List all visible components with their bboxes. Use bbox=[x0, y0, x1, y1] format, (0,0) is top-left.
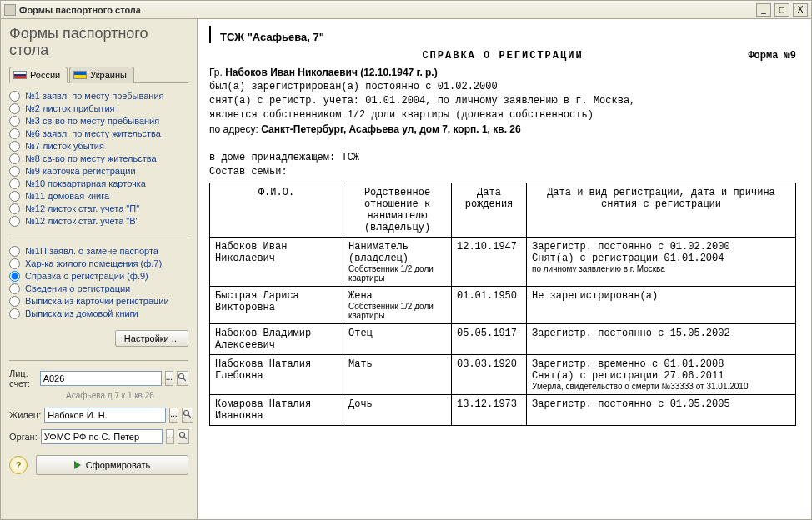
form-radio[interactable] bbox=[9, 283, 20, 294]
form-radio[interactable] bbox=[9, 246, 20, 257]
form-radio-item[interactable]: №11 домовая книга bbox=[9, 190, 188, 202]
form-radio[interactable] bbox=[9, 271, 20, 282]
resident-input[interactable] bbox=[44, 408, 166, 422]
doc-title: СПРАВКА О РЕГИСТРАЦИИ bbox=[422, 50, 583, 62]
form-radio-label: Сведения о регистрации bbox=[25, 283, 130, 293]
cell-registration: Зарегистр. постоянно с 01.02.2000Снят(а)… bbox=[527, 238, 796, 287]
form-radio[interactable] bbox=[9, 166, 20, 177]
resident-search-button[interactable] bbox=[182, 408, 193, 422]
cell-dob: 01.01.1950 bbox=[452, 287, 527, 324]
form-radio[interactable] bbox=[9, 203, 20, 214]
form-radio-item[interactable]: №10 поквартирная карточка bbox=[9, 178, 188, 190]
window-title: Формы паспортного стола bbox=[19, 5, 753, 15]
svg-point-2 bbox=[183, 410, 188, 415]
generate-label: Сформировать bbox=[86, 460, 151, 470]
form-radio-item[interactable]: №2 листок прибытия bbox=[9, 102, 188, 115]
app-icon bbox=[4, 4, 16, 16]
form-radio-item[interactable]: №12 листок стат. учета "П" bbox=[9, 202, 188, 215]
form-radio-item[interactable]: №7 листок убытия bbox=[9, 140, 188, 152]
form-radio-item[interactable]: №8 св-во по месту жительства bbox=[9, 152, 188, 165]
divider bbox=[9, 360, 188, 361]
form-radio[interactable] bbox=[9, 153, 20, 164]
settings-button[interactable]: Настройки ... bbox=[115, 330, 188, 347]
doc-marker-icon bbox=[209, 26, 217, 43]
form-radio-item[interactable]: Сведения о регистрации bbox=[9, 282, 188, 295]
divider bbox=[9, 238, 188, 238]
form-radio[interactable] bbox=[9, 308, 20, 319]
flag-ua-icon bbox=[73, 71, 87, 79]
document-viewport[interactable]: ТСЖ "Асафьева, 7" СПРАВКА О РЕГИСТРАЦИИ … bbox=[198, 19, 811, 519]
form-radio[interactable] bbox=[9, 128, 20, 139]
cell-relation: ЖенаСобственник 1/2 доли квартиры bbox=[343, 287, 452, 324]
form-radio-item[interactable]: №3 св-во по месту пребывания bbox=[9, 115, 188, 128]
form-radio[interactable] bbox=[9, 296, 20, 307]
flag-ru-icon bbox=[13, 71, 27, 79]
table-row: Набокова Наталия ГлебовнаМать03.03.1920З… bbox=[210, 355, 796, 395]
organ-browse-button[interactable]: ... bbox=[166, 429, 174, 444]
th-fio: Ф.И.О. bbox=[210, 183, 343, 238]
form-radio[interactable] bbox=[9, 216, 20, 227]
form-radio-item[interactable]: Выписка из карточки регистрации bbox=[9, 295, 188, 308]
form-radio-item[interactable]: №12 листок стат. учета "В" bbox=[9, 215, 188, 228]
resident-browse-button[interactable]: ... bbox=[169, 408, 178, 422]
th-registration: Дата и вид регистрации, дата и причина с… bbox=[527, 183, 796, 238]
form-radio-label: №9 карточка регистрации bbox=[25, 166, 136, 176]
form-radio[interactable] bbox=[9, 103, 20, 114]
form-radio-item[interactable]: №9 карточка регистрации bbox=[9, 165, 188, 178]
form-radio[interactable] bbox=[9, 191, 20, 202]
organ-search-button[interactable] bbox=[178, 429, 189, 444]
family-table: Ф.И.О. Родственное отношение к нанимател… bbox=[209, 182, 796, 426]
account-row: Лиц. счет: ... bbox=[9, 368, 188, 388]
search-icon bbox=[183, 409, 193, 421]
form-radio-label: Хар-ка жилого помещения (ф.7) bbox=[25, 258, 162, 268]
form-radio[interactable] bbox=[9, 116, 20, 127]
form-radio[interactable] bbox=[9, 91, 20, 102]
form-radio-label: №6 заявл. по месту жительства bbox=[25, 128, 161, 138]
table-header-row: Ф.И.О. Родственное отношение к нанимател… bbox=[210, 183, 796, 238]
form-radio[interactable] bbox=[9, 178, 20, 189]
form-radio-item[interactable]: №1П заявл. о замене паспорта bbox=[9, 245, 188, 258]
table-row: Набоков Иван НиколаевичНаниматель (владе… bbox=[210, 238, 796, 287]
minimize-button[interactable]: _ bbox=[756, 3, 771, 17]
form-radio-item[interactable]: №6 заявл. по месту жительства bbox=[9, 128, 188, 140]
form-radio-item[interactable]: Справка о регистрации (ф.9) bbox=[9, 270, 188, 282]
table-row: Набоков Владимир АлексеевичОтец05.05.191… bbox=[210, 324, 796, 355]
line-registration: был(а) зарегистрирован(а) постоянно с 01… bbox=[209, 81, 796, 92]
organ-label: Орган: bbox=[9, 432, 38, 442]
cell-fio: Набокова Наталия Глебовна bbox=[210, 355, 343, 395]
account-search-button[interactable] bbox=[177, 371, 188, 386]
doc-form-no: Форма №9 bbox=[748, 50, 796, 62]
close-button[interactable]: X bbox=[793, 3, 808, 17]
form-radio-label: №8 св-во по месту жительства bbox=[25, 153, 157, 163]
table-row: Быстрая Лариса ВикторовнаЖенаСобственник… bbox=[210, 287, 796, 324]
cell-registration: Зарегистр. постоянно с 15.05.2002 bbox=[527, 324, 796, 355]
form-radio[interactable] bbox=[9, 258, 20, 269]
form-radio-label: №12 листок стат. учета "П" bbox=[25, 203, 139, 213]
table-row: Комарова Наталия ИвановнаДочь13.12.1973З… bbox=[210, 395, 796, 426]
account-browse-button[interactable]: ... bbox=[165, 371, 173, 386]
tab-ukraine-label: Украины bbox=[90, 70, 127, 80]
form-radio[interactable] bbox=[9, 141, 20, 152]
maximize-button[interactable]: □ bbox=[774, 3, 789, 17]
form-radio-item[interactable]: Хар-ка жилого помещения (ф.7) bbox=[9, 258, 188, 270]
tab-russia[interactable]: России bbox=[9, 67, 68, 83]
form-radio-label: №3 св-во по месту пребывания bbox=[25, 116, 159, 126]
account-input[interactable] bbox=[40, 371, 162, 386]
citizen-name: Набоков Иван Николаевич (12.10.1947 г. р… bbox=[225, 67, 438, 78]
cell-fio: Набоков Владимир Алексеевич bbox=[210, 324, 343, 355]
help-button[interactable]: ? bbox=[9, 456, 28, 474]
form-radio-label: Выписка из домовой книги bbox=[25, 308, 138, 318]
form-radio-label: Выписка из карточки регистрации bbox=[25, 296, 169, 306]
form-radio-item[interactable]: №1 заявл. по месту пребывания bbox=[9, 90, 188, 102]
organ-input[interactable] bbox=[41, 429, 163, 444]
tab-ukraine[interactable]: Украины bbox=[69, 67, 134, 83]
search-icon bbox=[178, 431, 188, 442]
generate-button[interactable]: Сформировать bbox=[36, 455, 188, 475]
play-icon bbox=[74, 461, 81, 469]
form-list-extra: №1П заявл. о замене паспортаХар-ка жилог… bbox=[9, 245, 188, 320]
form-radio-item[interactable]: Выписка из домовой книги bbox=[9, 308, 188, 320]
country-tabs: России Украины bbox=[9, 66, 188, 83]
citizen-prefix: Гр. bbox=[209, 67, 225, 78]
svg-point-0 bbox=[179, 373, 184, 378]
cell-fio: Быстрая Лариса Викторовна bbox=[210, 287, 343, 324]
